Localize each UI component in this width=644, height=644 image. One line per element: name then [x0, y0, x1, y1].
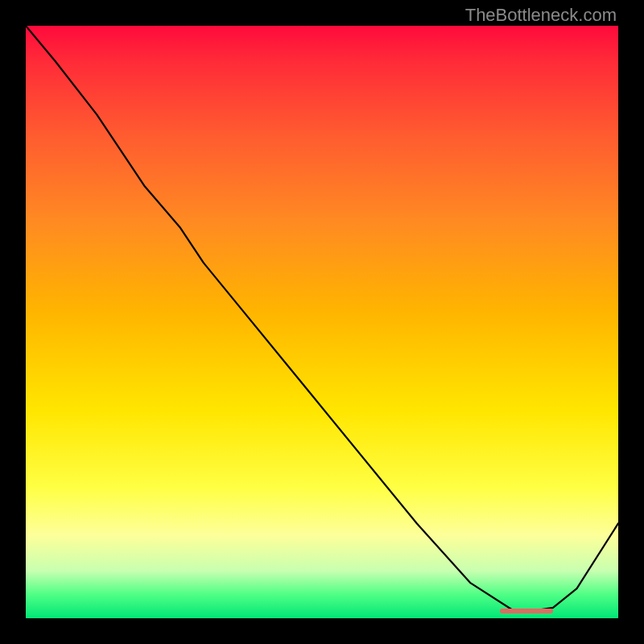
- plateau-marker: [500, 609, 553, 613]
- chart-frame: TheBottleneck.com: [0, 0, 644, 644]
- watermark-text: TheBottleneck.com: [465, 5, 617, 26]
- bottleneck-curve: [26, 26, 618, 613]
- line-layer: [26, 26, 618, 618]
- plot-area: [26, 26, 618, 618]
